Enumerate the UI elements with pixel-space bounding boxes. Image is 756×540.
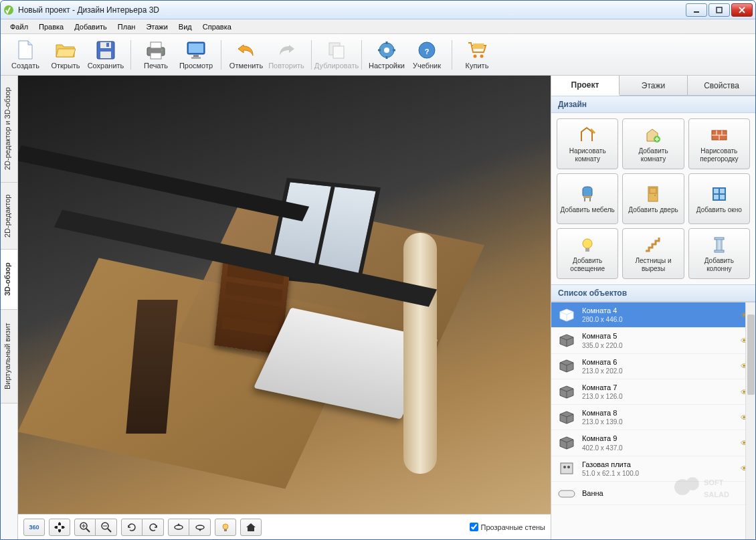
svg-point-62 (563, 466, 566, 468)
redo-icon (276, 40, 296, 60)
print-button[interactable]: Печать (136, 36, 175, 74)
rotate-ccw-button[interactable] (121, 519, 143, 536)
menu-plan[interactable]: План (112, 21, 141, 33)
design-btn-column[interactable]: Добавить колонну (688, 228, 750, 279)
svg-rect-13 (193, 55, 199, 57)
object-dimensions: 213.0 x 202.0 (582, 367, 735, 375)
rotate-cw-button[interactable] (143, 519, 164, 536)
draw-room-icon (577, 125, 597, 145)
viewport: 360 Прозрачные стены (18, 76, 551, 539)
maximize-button[interactable] (708, 3, 730, 17)
zoom-in-button[interactable] (74, 519, 96, 536)
svg-rect-57 (715, 238, 724, 240)
menu-floors[interactable]: Этажи (140, 21, 173, 33)
duplicate-icon (326, 40, 347, 60)
design-btn-draw-wall[interactable]: Нарисовать перегородку (688, 118, 750, 169)
tab-floors[interactable]: Этажи (620, 76, 688, 95)
svg-rect-6 (106, 43, 109, 47)
tab-3d-view[interactable]: 3D-обзор (1, 250, 17, 310)
svg-rect-45 (583, 196, 591, 198)
duplicate-button[interactable]: Дублировать (317, 36, 356, 74)
home-view-button[interactable] (240, 519, 262, 536)
object-list-item[interactable]: Ванна (551, 482, 755, 505)
object-list-item[interactable]: Комната 4 280.0 x 446.0 👁 (551, 302, 755, 328)
object-list-item[interactable]: Комната 7 213.0 x 126.0 👁 (551, 379, 755, 405)
tilt-up-button[interactable] (168, 519, 189, 536)
preview-button[interactable]: Просмотр (177, 36, 215, 74)
separator (311, 40, 312, 70)
design-btn-label: Нарисовать комнату (560, 147, 615, 163)
window-title: Новый проект - Дизайн Интерьера 3D (18, 5, 684, 15)
undo-button[interactable]: Отменить (227, 36, 266, 74)
tab-2d-3d-combo[interactable]: 2D-редактор и 3D-обзор (1, 76, 17, 183)
object-name: Комната 6 (582, 357, 735, 367)
redo-button[interactable]: Повторить (267, 36, 306, 74)
design-btn-window[interactable]: Добавить окно (688, 173, 750, 224)
file-new-icon (15, 40, 35, 60)
object-dimensions: 213.0 x 126.0 (582, 392, 735, 401)
object-list-item[interactable]: Газовая плита 51.0 x 62.1 x 100.0 👁 (551, 456, 755, 482)
object-list-item[interactable]: Комната 5 335.0 x 220.0 👁 (551, 328, 755, 353)
create-button[interactable]: Создать (6, 36, 45, 74)
view-tabs: 2D-редактор и 3D-обзор 2D-редактор 3D-об… (1, 76, 18, 539)
zoom-out-button[interactable] (96, 519, 117, 536)
svg-line-29 (86, 529, 90, 532)
tilt-down-button[interactable] (189, 519, 211, 536)
design-btn-door[interactable]: Добавить дверь (622, 173, 684, 224)
close-button[interactable] (731, 3, 753, 17)
menu-help[interactable]: Справка (197, 21, 237, 33)
3d-scene[interactable] (18, 76, 551, 514)
object-list-item[interactable]: Комната 9 402.0 x 437.0 👁 (551, 430, 755, 456)
tutorial-button[interactable]: ? Учебник (407, 36, 446, 74)
object-icon (557, 460, 577, 476)
stairs-icon (643, 235, 663, 255)
menu-add[interactable]: Добавить (69, 21, 112, 33)
design-btn-light[interactable]: Добавить освещение (557, 228, 618, 279)
menu-file[interactable]: Файл (5, 21, 33, 33)
design-btn-draw-room[interactable]: Нарисовать комнату (557, 118, 618, 169)
chair-icon (577, 184, 597, 204)
tab-virtual-visit[interactable]: Виртуальный визит (1, 310, 17, 403)
save-button[interactable]: Сохранить (86, 36, 125, 74)
object-dimensions: 280.0 x 446.0 (582, 315, 735, 324)
object-list-item[interactable]: Комната 6 213.0 x 202.0 👁 (551, 354, 755, 379)
transparent-walls-checkbox[interactable]: Прозрачные стены (470, 523, 545, 531)
scrollbar-thumb[interactable] (747, 314, 755, 395)
menu-edit[interactable]: Правка (33, 21, 69, 33)
settings-button[interactable]: Настройки (367, 36, 406, 74)
pan-button[interactable] (49, 519, 70, 536)
object-list-item[interactable]: Комната 8 213.0 x 139.0 👁 (551, 405, 755, 430)
buy-button[interactable]: Купить (458, 36, 496, 74)
design-btn-add-room[interactable]: Добавить комнату (622, 118, 684, 169)
tab-project[interactable]: Проект (551, 76, 620, 96)
svg-rect-58 (715, 250, 724, 252)
scrollbar[interactable] (745, 302, 755, 539)
svg-point-54 (583, 239, 592, 248)
svg-point-50 (654, 195, 656, 196)
minimize-button[interactable] (686, 3, 707, 17)
object-dimensions: 213.0 x 139.0 (582, 418, 735, 426)
viewport-toolbar: 360 Прозрачные стены (18, 514, 551, 539)
svg-point-35 (175, 525, 183, 529)
tab-2d-editor[interactable]: 2D-редактор (1, 183, 17, 250)
design-btn-stairs[interactable]: Лестницы и вырезы (622, 228, 684, 279)
svg-rect-5 (100, 52, 111, 58)
app-icon (3, 5, 14, 15)
object-icon (557, 435, 577, 451)
svg-text:?: ? (425, 48, 430, 56)
design-btn-label: Добавить дверь (628, 206, 678, 214)
menu-view[interactable]: Вид (173, 21, 197, 33)
design-header: Дизайн (551, 96, 755, 113)
open-button[interactable]: Открыть (46, 36, 85, 74)
design-btn-label: Добавить освещение (560, 257, 615, 273)
design-btn-chair[interactable]: Добавить мебель (557, 173, 618, 224)
svg-rect-64 (559, 490, 575, 497)
object-list: Комната 4 280.0 x 446.0 👁 Комната 5 335.… (551, 302, 755, 539)
column-icon (709, 235, 729, 255)
gear-icon (377, 40, 397, 60)
tab-properties[interactable]: Свойства (688, 76, 755, 95)
view-360-button[interactable]: 360 (23, 519, 45, 536)
light-toggle-button[interactable] (215, 519, 236, 536)
svg-rect-8 (151, 42, 161, 48)
svg-rect-4 (100, 42, 111, 48)
